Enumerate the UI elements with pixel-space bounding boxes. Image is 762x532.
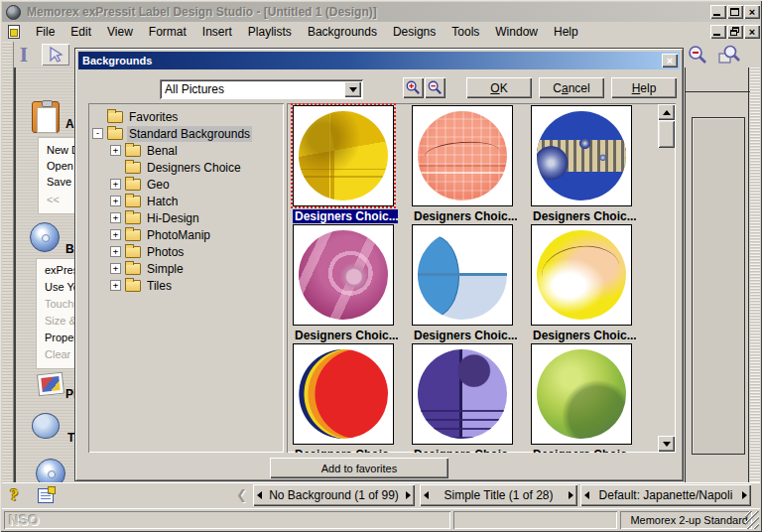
nav-spinner-simple-title-1-of-28: Simple Title (1 of 28) [420, 484, 577, 506]
tree-item-geo[interactable]: +Geo [88, 176, 284, 193]
text-tool-icon[interactable]: I [10, 44, 38, 66]
window-title: Memorex exPressit Label Design Studio - … [27, 5, 377, 19]
sidebar-link-new-d[interactable]: New D [47, 144, 74, 156]
sidebar-link-open-d[interactable]: Open D [47, 160, 74, 172]
scroll-up-button[interactable] [658, 104, 675, 120]
menu-insert[interactable]: Insert [194, 22, 240, 42]
thumbnail-9[interactable]: Designers Choic [531, 343, 638, 453]
minimize-button[interactable] [710, 5, 726, 19]
mdi-close-button[interactable]: × [744, 25, 760, 39]
next-icon[interactable] [742, 491, 747, 499]
tree-item-standard-backgrounds[interactable]: -Standard Backgrounds [88, 125, 284, 142]
paper-stock-label: Memorex 2-up Standard [630, 514, 748, 526]
cancel-button[interactable]: Cancel [539, 77, 604, 98]
zoom-page-icon[interactable] [716, 44, 744, 66]
thumbnail-5[interactable]: Designers Choic... [412, 224, 519, 342]
form-icon[interactable] [38, 488, 54, 503]
add-to-favorites-button[interactable]: Add to favorites [270, 458, 448, 478]
thumbnail-1[interactable]: Designers Choic... [293, 105, 400, 223]
expander-icon[interactable]: + [110, 280, 121, 291]
menu-designs[interactable]: Designs [385, 22, 444, 42]
resize-grip[interactable] [745, 511, 759, 529]
help-button[interactable]: Help [611, 77, 677, 98]
menu-playlists[interactable]: Playlists [240, 22, 300, 42]
expander-icon[interactable]: + [110, 179, 121, 190]
sidebar-link-clear-b: Clear B [45, 348, 74, 360]
tree-item-tiles[interactable]: +Tiles [88, 277, 284, 294]
menu-format[interactable]: Format [141, 22, 194, 42]
document-icon[interactable] [8, 25, 20, 39]
thumbnail-image[interactable] [531, 224, 632, 326]
dropdown-arrow-icon[interactable] [344, 81, 361, 97]
menu-tools[interactable]: Tools [444, 22, 487, 42]
ok-button[interactable]: OK [466, 77, 532, 98]
thumbnail-8[interactable]: Designers Choic [412, 343, 519, 453]
zoom-out-icon[interactable] [687, 44, 710, 66]
tree-item-hatch[interactable]: +Hatch [88, 193, 284, 209]
scroll-down-button[interactable] [658, 436, 675, 452]
thumbnail-6[interactable]: Designers Choic... [531, 224, 638, 342]
thumbnail-image[interactable] [293, 105, 394, 206]
scrollbar-thumb[interactable] [658, 120, 675, 148]
select-tool-icon[interactable] [42, 44, 69, 66]
mdi-restore-button[interactable] [727, 25, 743, 39]
sidebar-link-propert[interactable]: Propert [45, 332, 74, 343]
vertical-scrollbar[interactable] [658, 104, 675, 452]
expander-icon[interactable]: + [110, 212, 121, 223]
tree-item-designers-choice[interactable]: Designers Choice [88, 159, 284, 176]
tree-item-hi-design[interactable]: +Hi-Design [88, 209, 284, 226]
zoom-out-button[interactable] [425, 77, 445, 98]
menu-view[interactable]: View [99, 22, 141, 42]
help-icon[interactable]: ? [10, 485, 19, 505]
zoom-out-icon [427, 79, 444, 96]
expander-icon[interactable]: + [110, 196, 121, 206]
menu-edit[interactable]: Edit [63, 22, 99, 42]
maximize-button[interactable] [727, 5, 743, 19]
sidebar-link-save-d[interactable]: Save D [47, 176, 74, 188]
chevron-left-icon[interactable]: ❮ [236, 487, 247, 502]
expander-icon[interactable]: + [110, 246, 121, 257]
folder-icon [125, 162, 141, 174]
sidebar-link-use-yo[interactable]: Use Yo [45, 281, 74, 293]
thumbnail-image[interactable] [412, 224, 513, 326]
menu-file[interactable]: File [28, 22, 63, 42]
thumbnail-3[interactable]: Designers Choic... [531, 105, 638, 223]
tree-item-label: Benal [145, 143, 180, 159]
sidebar-link-expres[interactable]: exPres [45, 264, 74, 276]
next-icon[interactable] [406, 491, 411, 499]
menu-window[interactable]: Window [487, 22, 546, 42]
tree-item-benal[interactable]: +Benal [88, 142, 284, 159]
menu-help[interactable]: Help [546, 22, 586, 42]
thumbnail-image[interactable] [412, 343, 513, 445]
thumbnail-7[interactable]: Designers Choic [293, 343, 400, 453]
button-label: e [640, 81, 647, 95]
tree-item-favorites[interactable]: Favorites [88, 108, 284, 125]
thumbnail-image[interactable] [412, 105, 513, 206]
thumbnail-2[interactable]: Designers Choic... [412, 105, 519, 223]
expander-icon[interactable]: + [110, 145, 121, 156]
thumbnail-image[interactable] [531, 343, 632, 445]
app-icon[interactable] [6, 5, 21, 20]
tree-item-photos[interactable]: +Photos [88, 243, 284, 260]
tree-item-simple[interactable]: +Simple [88, 260, 284, 277]
thumbnail-4[interactable]: Designers Choic... [293, 224, 400, 342]
expander-icon[interactable]: - [92, 128, 103, 139]
expander-icon[interactable]: + [110, 263, 121, 274]
collapse-link[interactable]: << [47, 194, 60, 205]
minimize-icon [713, 34, 720, 36]
scrollbar-track[interactable] [658, 104, 675, 452]
thumbnail-image[interactable] [293, 343, 394, 445]
menu-backgrounds[interactable]: Backgrounds [300, 22, 385, 42]
close-button[interactable]: × [744, 5, 760, 19]
dialog-close-button[interactable]: × [662, 54, 678, 67]
thumbnail-image[interactable] [531, 105, 632, 206]
mdi-minimize-button[interactable] [710, 25, 726, 39]
next-icon[interactable] [569, 491, 573, 499]
right-scroll-strip[interactable] [750, 67, 760, 482]
filter-dropdown[interactable]: All Pictures [160, 79, 363, 99]
expander-icon[interactable]: + [110, 229, 121, 240]
zoom-in-button[interactable] [403, 77, 424, 98]
tree-item-photomanip[interactable]: +PhotoManip [88, 226, 284, 243]
thumbnail-image[interactable] [293, 224, 394, 326]
zoom-in-icon [405, 79, 422, 96]
